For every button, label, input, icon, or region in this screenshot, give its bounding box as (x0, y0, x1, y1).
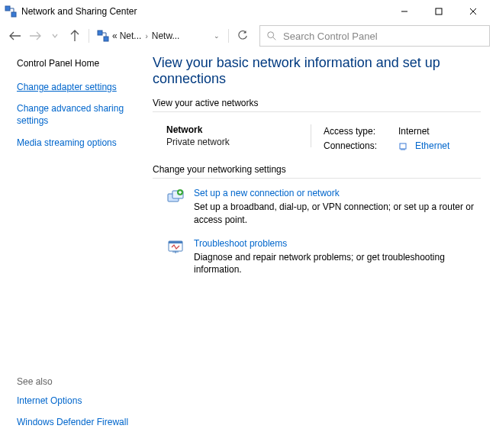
page-heading: View your basic network information and … (153, 55, 481, 87)
toolbar-separator (228, 29, 229, 43)
troubleshoot-icon (166, 238, 185, 256)
option-desc: Diagnose and repair network problems; or… (194, 251, 481, 276)
address-icon (97, 30, 109, 42)
back-button[interactable] (6, 27, 24, 45)
search-icon (266, 31, 277, 41)
refresh-button[interactable] (234, 27, 252, 45)
svg-rect-2 (436, 8, 442, 15)
option-troubleshoot[interactable]: Troubleshoot problems Diagnose and repai… (153, 234, 481, 283)
connections-label: Connections: (324, 139, 392, 153)
recent-dropdown-button[interactable] (46, 27, 64, 45)
option-title: Set up a new connection or network (194, 188, 481, 198)
access-type-value: Internet (398, 124, 430, 139)
window-title: Network and Sharing Center (21, 6, 137, 17)
svg-rect-11 (169, 241, 182, 243)
network-name: Network (166, 124, 303, 135)
close-button[interactable] (456, 0, 490, 23)
option-desc: Set up a broadband, dial-up, or VPN conn… (194, 201, 481, 225)
svg-rect-1 (11, 12, 16, 17)
up-button[interactable] (66, 27, 84, 45)
change-settings-heading: Change your networking settings (153, 164, 481, 179)
ethernet-icon (398, 142, 407, 151)
sidebar-link-media-streaming[interactable]: Media streaming options (17, 137, 137, 149)
search-box[interactable] (259, 25, 490, 47)
maximize-button[interactable] (421, 0, 456, 23)
see-also-internet-options[interactable]: Internet Options (17, 395, 137, 407)
svg-rect-3 (98, 31, 102, 35)
search-input[interactable] (282, 30, 483, 43)
option-title: Troubleshoot problems (194, 238, 481, 249)
main-pane: View your basic network information and … (145, 49, 496, 448)
svg-point-5 (268, 32, 274, 38)
see-also-heading: See also (17, 376, 137, 387)
see-also-firewall[interactable]: Windows Defender Firewall (17, 416, 137, 428)
control-panel-home-link[interactable]: Control Panel Home (17, 58, 137, 69)
svg-rect-6 (400, 143, 406, 149)
access-type-label: Access type: (324, 124, 392, 139)
active-networks-heading: View your active networks (153, 98, 481, 112)
toolbar: « Net... › Netw... ⌄ (0, 23, 496, 49)
new-connection-icon (166, 188, 185, 206)
breadcrumb-item[interactable]: Net... (120, 31, 142, 41)
sidebar-link-adapter-settings[interactable]: Change adapter settings (17, 81, 137, 93)
chevron-down-icon[interactable]: ⌄ (214, 32, 220, 40)
option-new-connection[interactable]: Set up a new connection or network Set u… (153, 183, 481, 233)
forward-button[interactable] (26, 27, 44, 45)
svg-rect-4 (104, 37, 108, 41)
network-type: Private network (166, 137, 303, 147)
titlebar: Network and Sharing Center (0, 0, 496, 23)
sidebar: Control Panel Home Change adapter settin… (0, 49, 145, 448)
breadcrumb-overflow[interactable]: « (112, 31, 117, 41)
chevron-right-icon: › (145, 32, 147, 40)
connection-link[interactable]: Ethernet (415, 139, 449, 153)
toolbar-separator (89, 29, 89, 43)
sidebar-link-advanced-sharing[interactable]: Change advanced sharing settings (17, 102, 137, 127)
address-bar[interactable]: « Net... › Netw... ⌄ (94, 26, 224, 46)
app-icon (5, 5, 17, 18)
minimize-button[interactable] (387, 0, 421, 23)
active-network-row: Network Private network Access type: Int… (153, 117, 481, 164)
breadcrumb-item[interactable]: Netw... (152, 31, 180, 41)
svg-rect-0 (5, 6, 10, 11)
